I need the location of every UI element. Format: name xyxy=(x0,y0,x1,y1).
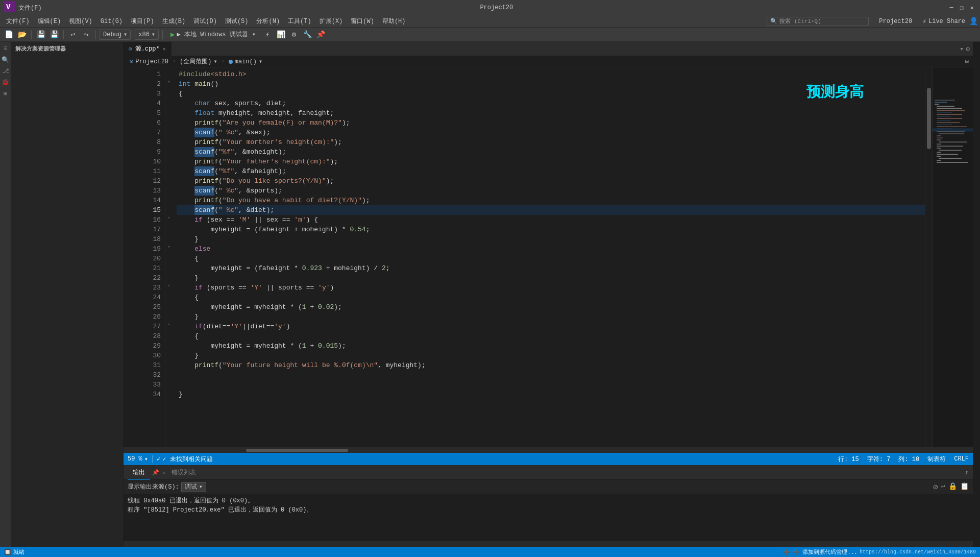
menu-extensions[interactable]: 扩展(X) xyxy=(315,15,347,27)
svg-rect-27 xyxy=(939,150,962,151)
toolbar-extra-5[interactable]: 📌 xyxy=(315,29,326,40)
live-share-button[interactable]: ⚡ Live Share xyxy=(922,17,965,26)
bottom-url: https://blog.csdn.net/weixin_4530/1489 xyxy=(860,549,976,555)
scrollbar-thumb[interactable] xyxy=(927,88,931,149)
code-line-1: #include<stdio.h> xyxy=(177,69,925,79)
menu-tools[interactable]: 工具(T) xyxy=(284,15,315,27)
editor-hscroll[interactable] xyxy=(124,447,973,453)
menu-view[interactable]: 视图(V) xyxy=(65,15,96,27)
menu-debug[interactable]: 调试(D) xyxy=(189,15,221,27)
line-num-9: 9 xyxy=(142,147,161,157)
new-project-btn[interactable]: 📄 xyxy=(3,29,14,40)
toolbar-extra-1[interactable]: ⚡ xyxy=(262,29,273,40)
code-line-21: myheight = (faheight * 0.923 + moheight)… xyxy=(177,263,925,273)
tab-list-btn[interactable]: ▾ xyxy=(960,45,964,53)
output-tab-pin[interactable]: 📌 xyxy=(152,469,159,476)
fold-23[interactable]: ▾ xyxy=(165,281,173,290)
activity-explorer[interactable]: ≡ xyxy=(1,44,10,53)
output-clear-btn[interactable]: ⊘ xyxy=(933,482,938,492)
editor-area[interactable]: 1 2 3 4 5 6 7 8 9 10 11 12 13 14 xyxy=(124,67,973,447)
close-button[interactable]: ✕ xyxy=(968,4,976,12)
menu-edit[interactable]: 编辑(E) xyxy=(34,15,65,27)
menu-help[interactable]: 帮助(H) xyxy=(378,15,410,27)
breadcrumb-function[interactable]: main() ▾ xyxy=(227,57,264,66)
line-num-6: 6 xyxy=(142,118,161,128)
fold-gutter: ▾ ▾ xyxy=(165,67,173,447)
output-toolbar: 显示输出来源(S): 调试 ▾ ⊘ ↩ 🔒 📋 xyxy=(124,480,973,494)
zoom-control[interactable]: 59 % ▾ xyxy=(128,455,148,463)
add-to-source-btn[interactable]: ➕ xyxy=(783,549,790,555)
svg-rect-19 xyxy=(939,134,964,135)
output-panel: 输出 📌 ✕ 错误列表 ⬆ 显示输出来源(S): xyxy=(124,465,973,547)
menu-window[interactable]: 窗口(W) xyxy=(347,15,378,27)
editor-hscroll-thumb[interactable] xyxy=(246,449,348,452)
output-expand-btn[interactable]: ⬆ xyxy=(965,469,969,477)
output-copy-btn[interactable]: 📋 xyxy=(960,482,969,492)
vs-logo: V xyxy=(4,1,15,14)
status-sep-1 xyxy=(152,455,153,463)
menu-git[interactable]: Git(G) xyxy=(96,15,127,27)
menu-file[interactable]: 文件(F) xyxy=(2,15,34,27)
output-source-select[interactable]: 调试 ▾ xyxy=(181,482,206,492)
undo-btn[interactable]: ↩ xyxy=(67,29,79,40)
tab-source-cpp[interactable]: ⊙ 源.cpp* ✕ xyxy=(124,42,172,56)
line-num-14: 14 xyxy=(142,196,161,205)
code-area[interactable]: #include<stdio.h> int main() { char s xyxy=(173,67,925,447)
menu-analyze[interactable]: 分析(N) xyxy=(252,15,284,27)
open-btn[interactable]: 📂 xyxy=(16,29,28,40)
fold-2[interactable]: ▾ xyxy=(165,77,173,87)
run-button[interactable]: ▶ ▶ 本地 Windows 调试器 ▾ xyxy=(166,29,260,40)
line-num-1: 1 xyxy=(142,69,161,79)
breadcrumb-project[interactable]: ⊙ Project20 xyxy=(128,57,170,66)
output-tab-errors[interactable]: 错误列表 xyxy=(166,466,201,480)
output-hscroll[interactable] xyxy=(124,541,973,547)
output-tab-actions: ⬆ xyxy=(965,469,969,477)
breadcrumb-split-btn[interactable]: ⊟ xyxy=(965,58,969,65)
redo-btn[interactable]: ↪ xyxy=(81,29,92,40)
add-to-source-label[interactable]: ➕ 添加到源代码管理... xyxy=(792,548,857,556)
minimize-button[interactable]: — xyxy=(947,4,955,12)
svg-rect-13 xyxy=(937,123,960,124)
toolbar-extra-2[interactable]: 📊 xyxy=(275,29,286,40)
save-all-btn[interactable]: 💾 xyxy=(48,29,60,40)
menu-build[interactable]: 生成(B) xyxy=(158,15,190,27)
fold-19[interactable]: ▾ xyxy=(165,242,173,252)
activity-git[interactable]: ⎇ xyxy=(1,66,10,76)
output-wrap-btn[interactable]: ↩ xyxy=(941,482,945,492)
line-num-2: 2 xyxy=(142,79,161,89)
platform-dropdown[interactable]: x86 ▾ xyxy=(135,30,159,40)
line-num-23: 23 xyxy=(142,283,161,293)
activity-extensions[interactable]: ⊞ xyxy=(1,89,10,98)
tab-settings-btn[interactable]: ⚙ xyxy=(966,45,970,53)
line-num-13: 13 xyxy=(142,186,161,196)
tab-type: 制表符 xyxy=(927,455,946,464)
output-tab-close[interactable]: ✕ xyxy=(162,470,165,476)
line-num-11: 11 xyxy=(142,166,161,176)
tab-bar: ⊙ 源.cpp* ✕ ▾ ⚙ xyxy=(124,42,973,56)
problems-indicator[interactable]: ✓ ✓ 未找到相关问题 xyxy=(157,455,213,464)
debug-config-dropdown[interactable]: Debug ▾ xyxy=(100,30,131,40)
zoom-value: 59 % xyxy=(128,455,142,463)
breadcrumb-scope[interactable]: (全局范围) ▾ xyxy=(178,57,219,66)
save-btn[interactable]: 💾 xyxy=(35,29,46,40)
fold-27[interactable]: ▾ xyxy=(165,320,173,329)
toolbar-extra-3[interactable]: ⚙ xyxy=(288,29,300,40)
output-tab-output[interactable]: 输出 xyxy=(128,466,150,480)
toolbar-extra-4[interactable]: 🔧 xyxy=(302,29,313,40)
output-lock-btn[interactable]: 🔒 xyxy=(948,482,957,492)
editor-status-row: 59 % ▾ ✓ ✓ 未找到相关问题 行: 15 字符: 7 列: 10 制表符… xyxy=(124,453,973,465)
fold-16[interactable]: ▾ xyxy=(165,213,173,223)
bottom-status-label: 就绪 xyxy=(13,548,24,556)
title-menu-file[interactable]: 文件(F) xyxy=(18,4,42,12)
account-icon[interactable]: 👤 xyxy=(969,17,978,26)
activity-search[interactable]: 🔍 xyxy=(1,55,10,64)
svg-rect-23 xyxy=(939,142,967,143)
menu-project[interactable]: 项目(P) xyxy=(127,15,158,27)
tab-close[interactable]: ✕ xyxy=(163,46,166,52)
activity-debug[interactable]: 🐞 xyxy=(1,78,10,87)
editor-scrollbar[interactable] xyxy=(925,67,932,447)
restore-button[interactable]: ❐ xyxy=(958,4,966,12)
menu-test[interactable]: 测试(S) xyxy=(221,15,253,27)
title-project-name: Project20 xyxy=(46,4,947,11)
search-box[interactable]: 🔍 搜索 (Ctrl+Q) xyxy=(767,17,869,26)
